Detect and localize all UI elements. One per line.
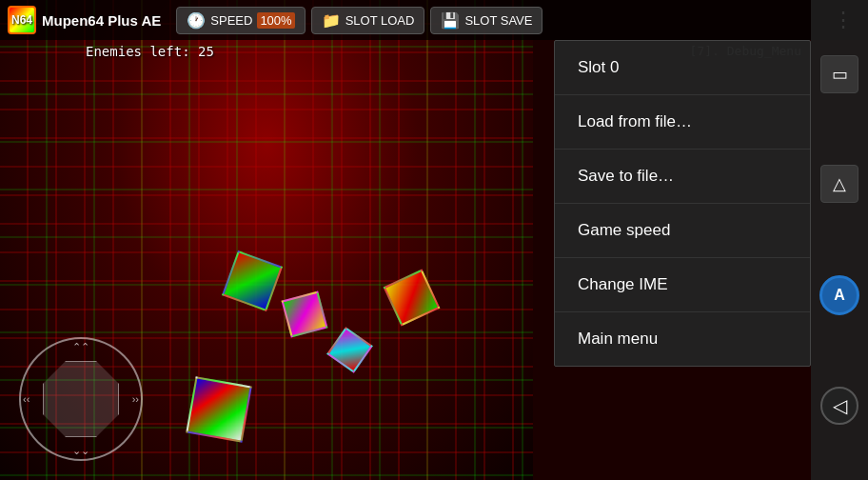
menu-item-main-menu[interactable]: Main menu xyxy=(555,312,810,366)
a-label: A xyxy=(834,287,845,304)
recents-icon: ▭ xyxy=(832,64,848,85)
back-button[interactable]: ◁ xyxy=(820,387,858,425)
menu-item-change-ime[interactable]: Change IME xyxy=(555,258,810,312)
floppy-icon: 💾 xyxy=(441,11,460,30)
speed-value: 100% xyxy=(257,12,294,29)
joystick-left-arrow: ‹‹ xyxy=(23,393,30,405)
clock-icon: 🕐 xyxy=(187,11,206,30)
menu-item-load-file[interactable]: Load from file… xyxy=(555,95,810,150)
home-button[interactable]: △ xyxy=(820,165,858,203)
system-buttons: ▭ △ A ◁ xyxy=(811,0,868,480)
slot-save-label: SLOT SAVE xyxy=(464,13,532,28)
speed-button[interactable]: 🕐 SPEED 100% xyxy=(176,7,305,34)
a-button[interactable]: A xyxy=(819,275,859,315)
joystick-up-arrow: ⌃⌃ xyxy=(72,341,89,353)
slot-load-button[interactable]: 📁 SLOT LOAD xyxy=(311,7,425,34)
joystick-down-arrow: ⌄⌄ xyxy=(72,445,89,457)
joystick-inner-pad xyxy=(43,361,119,437)
hud-enemies: Enemies left: 25 xyxy=(86,44,214,59)
dropdown-menu: Slot 0Load from file…Save to file…Game s… xyxy=(554,40,811,367)
home-icon: △ xyxy=(833,173,846,194)
recents-button[interactable]: ▭ xyxy=(820,55,858,93)
back-icon: ◁ xyxy=(833,394,847,417)
joystick-right-arrow: ›› xyxy=(132,393,139,405)
joystick-control[interactable]: ⌃⌃ ⌄⌄ ‹‹ ›› xyxy=(19,337,143,461)
slot-save-button[interactable]: 💾 SLOT SAVE xyxy=(430,7,542,34)
slot-load-label: SLOT LOAD xyxy=(345,13,415,28)
app-title: Mupen64 Plus AE xyxy=(42,12,161,29)
top-bar: N64 Mupen64 Plus AE 🕐 SPEED 100% 📁 SLOT … xyxy=(0,0,868,40)
app-icon: N64 xyxy=(8,6,36,34)
speed-label: SPEED xyxy=(210,13,252,28)
menu-item-game-speed[interactable]: Game speed xyxy=(555,204,810,258)
game-cube-5 xyxy=(186,376,252,443)
menu-item-slot0[interactable]: Slot 0 xyxy=(555,41,810,95)
menu-item-save-file[interactable]: Save to file… xyxy=(555,150,810,204)
folder-icon: 📁 xyxy=(322,11,341,30)
